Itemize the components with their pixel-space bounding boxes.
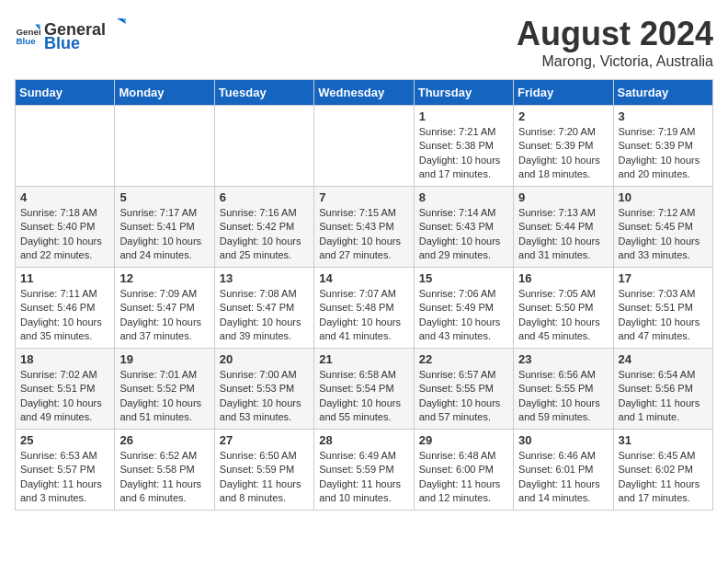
day-info: Sunrise: 7:14 AM Sunset: 5:43 PM Dayligh… bbox=[419, 206, 508, 263]
day-info: Sunrise: 7:13 AM Sunset: 5:44 PM Dayligh… bbox=[518, 206, 608, 263]
day-info: Sunrise: 7:20 AM Sunset: 5:39 PM Dayligh… bbox=[518, 125, 608, 182]
calendar-cell: 21Sunrise: 6:58 AM Sunset: 5:54 PM Dayli… bbox=[314, 349, 414, 430]
header: General Blue General Blue August 2024 Ma… bbox=[15, 15, 713, 70]
day-info: Sunrise: 6:52 AM Sunset: 5:58 PM Dayligh… bbox=[119, 449, 209, 506]
calendar-header-row: SundayMondayTuesdayWednesdayThursdayFrid… bbox=[16, 80, 713, 106]
column-header-saturday: Saturday bbox=[613, 80, 712, 106]
calendar-week-row: 25Sunrise: 6:53 AM Sunset: 5:57 PM Dayli… bbox=[16, 430, 713, 511]
svg-text:Blue: Blue bbox=[16, 36, 36, 46]
day-info: Sunrise: 7:01 AM Sunset: 5:52 PM Dayligh… bbox=[119, 368, 209, 425]
day-number: 30 bbox=[518, 433, 608, 447]
calendar-cell bbox=[314, 106, 414, 187]
day-number: 29 bbox=[419, 433, 508, 447]
calendar-cell: 24Sunrise: 6:54 AM Sunset: 5:56 PM Dayli… bbox=[613, 349, 712, 430]
column-header-wednesday: Wednesday bbox=[314, 80, 414, 106]
column-header-thursday: Thursday bbox=[414, 80, 513, 106]
day-number: 20 bbox=[220, 352, 309, 366]
calendar-week-row: 1Sunrise: 7:21 AM Sunset: 5:38 PM Daylig… bbox=[16, 106, 713, 187]
calendar-cell: 3Sunrise: 7:19 AM Sunset: 5:39 PM Daylig… bbox=[613, 106, 712, 187]
day-info: Sunrise: 6:58 AM Sunset: 5:54 PM Dayligh… bbox=[319, 368, 408, 425]
day-number: 6 bbox=[220, 190, 309, 204]
day-info: Sunrise: 7:05 AM Sunset: 5:50 PM Dayligh… bbox=[518, 287, 608, 344]
calendar-cell: 13Sunrise: 7:08 AM Sunset: 5:47 PM Dayli… bbox=[214, 268, 313, 349]
day-number: 14 bbox=[319, 271, 408, 285]
calendar-cell: 7Sunrise: 7:15 AM Sunset: 5:43 PM Daylig… bbox=[314, 187, 414, 268]
calendar-cell: 28Sunrise: 6:49 AM Sunset: 5:59 PM Dayli… bbox=[314, 430, 414, 511]
day-number: 2 bbox=[518, 109, 608, 123]
calendar-cell: 15Sunrise: 7:06 AM Sunset: 5:49 PM Dayli… bbox=[414, 268, 513, 349]
day-info: Sunrise: 7:15 AM Sunset: 5:43 PM Dayligh… bbox=[319, 206, 408, 263]
calendar-table: SundayMondayTuesdayWednesdayThursdayFrid… bbox=[15, 79, 713, 511]
day-info: Sunrise: 7:06 AM Sunset: 5:49 PM Dayligh… bbox=[419, 287, 508, 344]
day-number: 27 bbox=[220, 433, 309, 447]
calendar-cell: 30Sunrise: 6:46 AM Sunset: 6:01 PM Dayli… bbox=[514, 430, 613, 511]
calendar-cell: 4Sunrise: 7:18 AM Sunset: 5:40 PM Daylig… bbox=[16, 187, 115, 268]
day-number: 19 bbox=[119, 352, 209, 366]
day-number: 23 bbox=[518, 352, 608, 366]
day-info: Sunrise: 7:07 AM Sunset: 5:48 PM Dayligh… bbox=[319, 287, 408, 344]
day-info: Sunrise: 7:16 AM Sunset: 5:42 PM Dayligh… bbox=[220, 206, 309, 263]
day-number: 3 bbox=[619, 109, 708, 123]
day-info: Sunrise: 7:08 AM Sunset: 5:47 PM Dayligh… bbox=[220, 287, 309, 344]
calendar-cell: 10Sunrise: 7:12 AM Sunset: 5:45 PM Dayli… bbox=[613, 187, 712, 268]
day-number: 26 bbox=[119, 433, 209, 447]
calendar-cell: 11Sunrise: 7:11 AM Sunset: 5:46 PM Dayli… bbox=[16, 268, 115, 349]
day-info: Sunrise: 7:00 AM Sunset: 5:53 PM Dayligh… bbox=[220, 368, 309, 425]
calendar-cell: 19Sunrise: 7:01 AM Sunset: 5:52 PM Dayli… bbox=[115, 349, 214, 430]
day-info: Sunrise: 7:17 AM Sunset: 5:41 PM Dayligh… bbox=[119, 206, 209, 263]
calendar-cell: 2Sunrise: 7:20 AM Sunset: 5:39 PM Daylig… bbox=[514, 106, 613, 187]
day-number: 31 bbox=[619, 433, 708, 447]
day-info: Sunrise: 7:11 AM Sunset: 5:46 PM Dayligh… bbox=[20, 287, 109, 344]
calendar-week-row: 11Sunrise: 7:11 AM Sunset: 5:46 PM Dayli… bbox=[16, 268, 713, 349]
day-info: Sunrise: 6:49 AM Sunset: 5:59 PM Dayligh… bbox=[319, 449, 408, 506]
day-number: 9 bbox=[518, 190, 608, 204]
calendar-cell: 16Sunrise: 7:05 AM Sunset: 5:50 PM Dayli… bbox=[514, 268, 613, 349]
calendar-cell: 6Sunrise: 7:16 AM Sunset: 5:42 PM Daylig… bbox=[214, 187, 313, 268]
calendar-cell: 12Sunrise: 7:09 AM Sunset: 5:47 PM Dayli… bbox=[115, 268, 214, 349]
day-number: 28 bbox=[319, 433, 408, 447]
day-info: Sunrise: 6:48 AM Sunset: 6:00 PM Dayligh… bbox=[419, 449, 508, 506]
day-number: 22 bbox=[419, 352, 508, 366]
day-info: Sunrise: 6:45 AM Sunset: 6:02 PM Dayligh… bbox=[619, 449, 708, 506]
column-header-monday: Monday bbox=[115, 80, 214, 106]
day-info: Sunrise: 6:50 AM Sunset: 5:59 PM Dayligh… bbox=[220, 449, 309, 506]
day-number: 7 bbox=[319, 190, 408, 204]
calendar-cell: 14Sunrise: 7:07 AM Sunset: 5:48 PM Dayli… bbox=[314, 268, 414, 349]
calendar-cell: 23Sunrise: 6:56 AM Sunset: 5:55 PM Dayli… bbox=[514, 349, 613, 430]
subtitle: Marong, Victoria, Australia bbox=[517, 53, 713, 70]
calendar-cell: 26Sunrise: 6:52 AM Sunset: 5:58 PM Dayli… bbox=[115, 430, 214, 511]
day-info: Sunrise: 7:21 AM Sunset: 5:38 PM Dayligh… bbox=[419, 125, 508, 182]
calendar-cell: 8Sunrise: 7:14 AM Sunset: 5:43 PM Daylig… bbox=[414, 187, 513, 268]
calendar-cell: 20Sunrise: 7:00 AM Sunset: 5:53 PM Dayli… bbox=[214, 349, 313, 430]
main-title: August 2024 bbox=[517, 15, 713, 53]
day-number: 5 bbox=[119, 190, 209, 204]
day-number: 17 bbox=[619, 271, 708, 285]
day-number: 15 bbox=[419, 271, 508, 285]
day-info: Sunrise: 7:03 AM Sunset: 5:51 PM Dayligh… bbox=[619, 287, 708, 344]
day-info: Sunrise: 6:46 AM Sunset: 6:01 PM Dayligh… bbox=[518, 449, 608, 506]
day-number: 13 bbox=[220, 271, 309, 285]
day-number: 25 bbox=[20, 433, 109, 447]
calendar-cell: 17Sunrise: 7:03 AM Sunset: 5:51 PM Dayli… bbox=[613, 268, 712, 349]
calendar-cell bbox=[16, 106, 115, 187]
day-info: Sunrise: 7:18 AM Sunset: 5:40 PM Dayligh… bbox=[20, 206, 109, 263]
calendar-week-row: 4Sunrise: 7:18 AM Sunset: 5:40 PM Daylig… bbox=[16, 187, 713, 268]
day-number: 11 bbox=[20, 271, 109, 285]
day-number: 8 bbox=[419, 190, 508, 204]
day-info: Sunrise: 7:02 AM Sunset: 5:51 PM Dayligh… bbox=[20, 368, 109, 425]
day-number: 21 bbox=[319, 352, 408, 366]
calendar-cell: 1Sunrise: 7:21 AM Sunset: 5:38 PM Daylig… bbox=[414, 106, 513, 187]
day-number: 24 bbox=[619, 352, 708, 366]
column-header-sunday: Sunday bbox=[16, 80, 115, 106]
day-info: Sunrise: 7:09 AM Sunset: 5:47 PM Dayligh… bbox=[119, 287, 209, 344]
day-info: Sunrise: 7:12 AM Sunset: 5:45 PM Dayligh… bbox=[619, 206, 708, 263]
logo-bird-icon bbox=[106, 15, 126, 35]
day-info: Sunrise: 6:56 AM Sunset: 5:55 PM Dayligh… bbox=[518, 368, 608, 425]
calendar-cell: 25Sunrise: 6:53 AM Sunset: 5:57 PM Dayli… bbox=[16, 430, 115, 511]
column-header-tuesday: Tuesday bbox=[214, 80, 313, 106]
calendar-week-row: 18Sunrise: 7:02 AM Sunset: 5:51 PM Dayli… bbox=[16, 349, 713, 430]
day-number: 10 bbox=[619, 190, 708, 204]
calendar-cell: 31Sunrise: 6:45 AM Sunset: 6:02 PM Dayli… bbox=[613, 430, 712, 511]
title-area: August 2024 Marong, Victoria, Australia bbox=[517, 15, 713, 70]
calendar-cell: 22Sunrise: 6:57 AM Sunset: 5:55 PM Dayli… bbox=[414, 349, 513, 430]
